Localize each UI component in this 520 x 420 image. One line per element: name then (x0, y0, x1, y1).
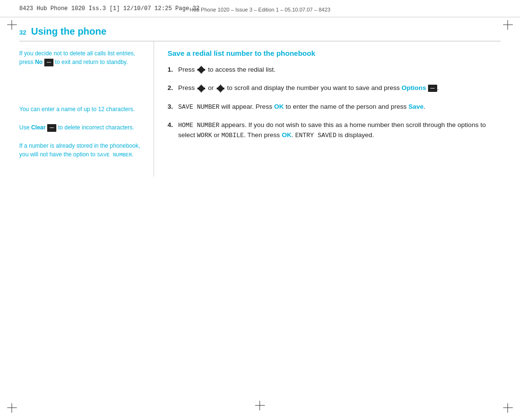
step-2-options: Options (402, 84, 426, 91)
svg-rect-2 (199, 68, 204, 69)
reg-mark-bottom-left (7, 403, 17, 413)
note1-button: — (44, 59, 53, 66)
step-1-content: Press to acce (178, 65, 501, 75)
note1-text-after: to exit and return to standby. (53, 59, 128, 65)
step-3-content: SAVE NUMBER will appear. Press OK to ent… (178, 102, 501, 112)
svg-rect-20 (220, 91, 221, 92)
main-content: 32 Using the phone If you decide not to … (19, 26, 501, 401)
step-4: 4. HOME NUMBER appears. If you do not wi… (168, 120, 501, 140)
step-4-num: 4. (168, 120, 178, 140)
svg-rect-0 (201, 66, 202, 67)
step-4-content: HOME NUMBER appears. If you do not wish … (178, 120, 501, 140)
step-2-button: — (428, 85, 437, 92)
step-2-num: 2. (168, 83, 178, 93)
reg-mark-top-left (7, 20, 17, 30)
left-note-4: If a number is already stored in the pho… (19, 141, 142, 159)
svg-rect-9 (199, 87, 204, 88)
note3-text-after: to delete incorrect characters. (56, 124, 134, 131)
page-title: Using the phone (31, 26, 106, 37)
step-3: 3. SAVE NUMBER will appear. Press OK to … (168, 102, 501, 112)
steps-list: 1. Press (168, 65, 501, 140)
page-title-row: 32 Using the phone (19, 26, 501, 37)
step-2: 2. Press (168, 83, 501, 93)
svg-rect-18 (218, 89, 223, 90)
left-note-2: You can enter a name of up to 12 charact… (19, 105, 142, 114)
svg-rect-12 (200, 90, 203, 91)
svg-rect-8 (200, 86, 203, 87)
page-number: 32 (19, 29, 26, 36)
page-header-sub: Hub Phone 1020 – Issue 3 – Edition 1 – 0… (0, 7, 520, 13)
svg-rect-19 (219, 90, 222, 91)
step-4-ok: OK (282, 131, 291, 139)
svg-rect-3 (197, 69, 205, 71)
step-1-num: 1. (168, 65, 178, 75)
step-3-display: SAVE NUMBER (178, 103, 220, 111)
svg-rect-16 (218, 87, 223, 88)
svg-rect-1 (200, 67, 203, 68)
left-column: If you decide not to delete all calls li… (19, 41, 154, 177)
step-3-num: 3. (168, 102, 178, 112)
svg-rect-17 (217, 88, 224, 89)
reg-mark-bottom-right (503, 403, 513, 413)
note3-text-before: Use (19, 124, 31, 131)
reg-mark-bottom-center (255, 401, 265, 410)
step-3-save: Save (408, 103, 424, 110)
two-col-layout: If you decide not to delete all calls li… (19, 41, 501, 177)
reg-mark-top-right (503, 20, 513, 30)
step-4-home-number: HOME NUMBER (178, 122, 220, 129)
svg-rect-13 (201, 91, 202, 92)
note3-button: — (47, 124, 56, 132)
step-3-ok: OK (274, 103, 284, 110)
nav-icon-up-2 (197, 85, 205, 92)
svg-rect-4 (199, 71, 204, 72)
step-4-entry-saved: ENTRY SAVED (295, 132, 337, 139)
step-4-mobile: MOBILE (221, 132, 244, 139)
right-column: Save a redial list number to the phonebo… (154, 41, 501, 177)
spacer-1 (19, 76, 142, 105)
section-heading: Save a redial list number to the phonebo… (168, 49, 501, 57)
left-note-1: If you decide not to delete all calls li… (19, 49, 142, 66)
step-2-content: Press or (178, 83, 501, 93)
svg-rect-5 (200, 72, 203, 73)
note1-bold: No (35, 59, 43, 65)
step-4-work: WORK (197, 132, 212, 139)
svg-rect-10 (197, 88, 205, 89)
nav-icon-up-1 (197, 66, 205, 74)
note3-bold: Clear (31, 124, 46, 131)
note4-text-after: . (132, 151, 133, 158)
svg-rect-7 (201, 85, 202, 86)
nav-icon-down-2 (217, 85, 224, 92)
note2-text: You can enter a name of up to 12 charact… (19, 106, 135, 113)
svg-rect-15 (219, 86, 222, 87)
svg-rect-11 (199, 89, 204, 90)
svg-rect-6 (201, 73, 202, 74)
svg-rect-14 (220, 85, 221, 86)
left-note-3: Use Clear — to delete incorrect characte… (19, 123, 142, 132)
step-1: 1. Press (168, 65, 501, 75)
note4-display: SAVE NUMBER (97, 152, 132, 158)
